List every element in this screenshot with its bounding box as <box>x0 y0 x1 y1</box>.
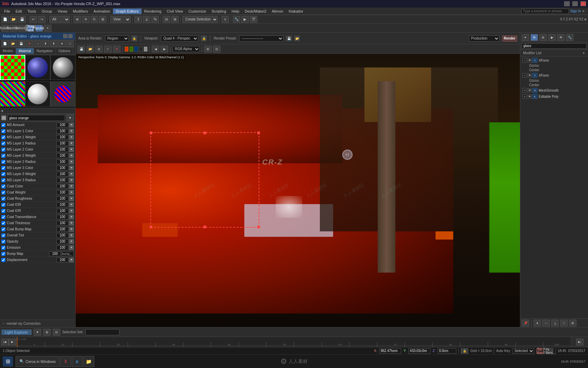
bottom-icon1[interactable]: ⊞ <box>43 329 51 336</box>
param-value-coat-ior2[interactable] <box>56 209 68 213</box>
menu-alimon[interactable]: Alimon <box>269 9 286 14</box>
color-swatch-black[interactable] <box>139 47 143 51</box>
expand-collapse-btn[interactable]: ▼ <box>34 329 41 336</box>
taskbar-folder[interactable]: 📁 <box>83 356 94 367</box>
param-btn-coat-ior1[interactable]: ▼ <box>69 202 74 207</box>
preview-cell-3[interactable] <box>0 81 25 107</box>
param-check-layer2-weight[interactable] <box>1 154 5 158</box>
cmd-display-btn[interactable]: 👁 <box>557 34 565 41</box>
param-btn-overall-tint[interactable]: ▼ <box>69 233 74 238</box>
menu-edit[interactable]: Edit <box>13 9 25 14</box>
menu-civil-view[interactable]: Civil View <box>164 9 185 14</box>
face-btn[interactable]: △ <box>551 320 559 326</box>
param-btn-layer3-weight[interactable]: ▼ <box>69 172 74 177</box>
timeline-play-btn[interactable]: ▶ <box>9 339 16 346</box>
param-btn-emission[interactable]: ▼ <box>69 245 74 250</box>
epoly-expand[interactable]: + <box>522 94 527 99</box>
grid-lock-btn[interactable]: 🔒 <box>461 348 468 354</box>
new-button[interactable]: 📄 <box>1 16 9 23</box>
mat-sphere-btn[interactable]: ● <box>58 40 66 47</box>
param-check-layer1-color[interactable] <box>1 129 5 133</box>
mat-close-btn[interactable]: × <box>68 34 72 38</box>
menu-help[interactable]: Help <box>229 9 242 14</box>
param-check-coat-ior1[interactable] <box>1 203 5 207</box>
set-key-btn[interactable]: Set Key <box>536 348 544 354</box>
mat-open-btn[interactable]: 📂 <box>10 40 17 47</box>
param-check-bump-map[interactable] <box>1 252 5 256</box>
minimize-button[interactable]: − <box>564 1 570 6</box>
param-check-layer3-radius[interactable] <box>1 178 5 182</box>
z-coordinate-input[interactable] <box>438 348 456 354</box>
param-check-displacement[interactable] <box>1 258 5 262</box>
redo-button[interactable]: ↪ <box>38 16 46 23</box>
modifier-meshsmooth[interactable]: + 👁 M MeshSmooth <box>521 87 587 93</box>
epoly-eye[interactable]: 👁 <box>528 94 532 98</box>
taskbar-ie[interactable]: e <box>72 356 83 367</box>
mat-scroll-arrow[interactable]: ◀ <box>0 108 75 114</box>
render-frame[interactable]: ▶ <box>241 16 249 23</box>
save-button[interactable]: 💾 <box>18 16 26 23</box>
vp-display-btn[interactable]: ⊞ <box>204 46 212 52</box>
param-check-ms-amount[interactable] <box>1 123 5 127</box>
bump-map-extra[interactable] <box>61 251 74 256</box>
xform2-gizmo[interactable]: Gizmo <box>528 78 587 83</box>
viewport-area[interactable]: CR-Z H Perspectiv <box>76 54 520 327</box>
tab-modes[interactable]: Modes <box>0 48 16 54</box>
modifier-list-dropdown[interactable]: ▼ <box>582 51 585 55</box>
param-check-layer1-radius[interactable] <box>1 141 5 145</box>
render-button[interactable]: Render <box>502 35 517 42</box>
param-btn-layer1-color[interactable]: ▼ <box>69 129 74 134</box>
param-value-layer2-radius[interactable] <box>56 159 68 164</box>
modifier-xform-1[interactable]: − 👁 X XForm <box>521 57 587 63</box>
taskbar-3dsmax[interactable]: 3 <box>60 356 71 367</box>
param-check-coat-thickness[interactable] <box>1 221 5 225</box>
cmd-utilities-btn[interactable]: 🔧 <box>566 34 573 41</box>
param-check-layer3-color[interactable] <box>1 166 5 170</box>
preview-cell-0[interactable] <box>0 55 25 80</box>
param-check-coat-transmittance[interactable] <box>1 215 5 219</box>
view-select[interactable]: View <box>110 16 131 23</box>
param-value-layer2-color[interactable] <box>56 147 68 152</box>
mat-put-btn[interactable]: ⬆ <box>42 40 49 47</box>
xform2-center[interactable]: Center <box>528 83 587 87</box>
param-value-coat-color[interactable] <box>56 184 68 189</box>
param-value-bump-map[interactable] <box>49 251 61 256</box>
sign-in-link[interactable]: Sign In <box>570 9 581 13</box>
close-button[interactable]: × <box>581 1 586 6</box>
vertex-btn[interactable]: ● <box>534 320 541 326</box>
timeline-end-btn[interactable]: ▶| <box>576 339 584 346</box>
param-value-opacity[interactable] <box>56 239 68 244</box>
menu-views[interactable]: Views <box>55 9 70 14</box>
param-check-opacity[interactable] <box>1 240 5 244</box>
viewport-toolbar-open[interactable]: 📂 <box>86 46 94 52</box>
menu-file[interactable]: File <box>1 9 13 14</box>
xform1-eye[interactable]: 👁 <box>528 58 532 62</box>
viewport-select[interactable]: Quad 4 - Perspec <box>161 35 198 42</box>
y-coordinate-input[interactable] <box>408 348 430 354</box>
element-btn[interactable]: ⊞ <box>569 320 576 326</box>
param-value-coat-bump[interactable] <box>56 227 68 232</box>
xform1-center[interactable]: Center <box>528 68 587 72</box>
mat-del-btn[interactable]: ✕ <box>26 40 33 47</box>
param-btn-coat-bump[interactable]: ▼ <box>69 227 74 232</box>
menu-graph-editors[interactable]: Graph Editors <box>113 9 142 14</box>
taskbar-search[interactable]: 🔍 Cerca in Windows <box>16 356 60 367</box>
param-btn-coat-transmittance[interactable]: ▼ <box>69 215 74 219</box>
mat-get-btn[interactable]: ⬇ <box>50 40 58 47</box>
param-btn-coat-roughness[interactable]: ▼ <box>69 196 74 201</box>
param-btn-opacity[interactable]: ▼ <box>69 239 74 244</box>
menu-animation[interactable]: Animation <box>91 9 113 14</box>
mat-save-btn[interactable]: 💾 <box>18 40 25 47</box>
selection-btn[interactable]: Selection <box>18 25 26 32</box>
timeline-back-btn[interactable]: |◀ <box>1 339 9 346</box>
search-input[interactable] <box>521 9 569 14</box>
viewport-lock-btn[interactable]: 🔒 <box>201 36 207 41</box>
light-explorer-button[interactable]: Light Explorer <box>1 329 32 335</box>
mirror-btn[interactable]: ⊟ <box>163 16 170 23</box>
select-btn[interactable]: ⊕ <box>74 16 81 23</box>
vp-zoom-in[interactable]: ◀ <box>152 46 159 52</box>
cmd-modify-btn[interactable]: ⚙ <box>530 34 538 41</box>
mat-assign-btn[interactable]: → <box>34 40 42 47</box>
render-quality-select[interactable]: Production <box>469 35 500 42</box>
align-btn[interactable]: ⊞ <box>171 16 179 23</box>
